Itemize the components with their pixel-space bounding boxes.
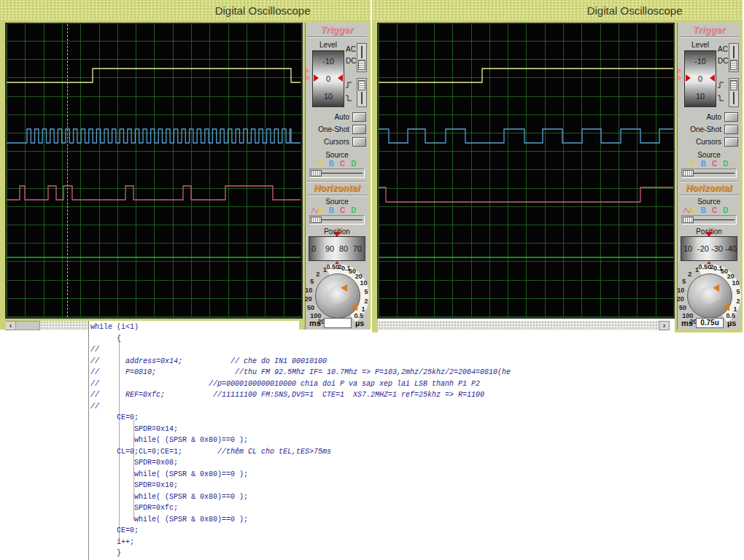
- slider-handle[interactable]: [683, 170, 694, 176]
- timebase-knob[interactable]: [687, 273, 732, 319]
- timebase-scale-value: 2: [364, 298, 368, 305]
- edge-select-switch[interactable]: [357, 78, 367, 107]
- switch-handle[interactable]: [358, 80, 365, 90]
- ac-dc-switch[interactable]: [357, 43, 367, 72]
- timebase-scale-value: 2: [736, 298, 740, 305]
- window-titlebar[interactable]: Digital Oscilloscope: [0, 0, 371, 21]
- trigger-source-label: Source: [306, 151, 368, 159]
- cursors-label: Cursors: [324, 138, 349, 146]
- horizontal-source-slider[interactable]: [681, 215, 737, 225]
- dc-label: DC: [718, 57, 728, 65]
- horizontal-position-drum[interactable]: 10-20-30-40: [681, 236, 737, 261]
- horizontal-source-label: Source: [306, 198, 368, 206]
- level-tick: 10: [313, 92, 344, 101]
- horizontal-source-slider[interactable]: [309, 215, 365, 225]
- timebase-scale-value: 20: [305, 295, 312, 303]
- timebase-scale-value: 5: [682, 278, 686, 285]
- timebase-scale-value: 50: [679, 304, 686, 311]
- trigger-source-slider[interactable]: [681, 168, 737, 178]
- timebase-scale-value: 10: [732, 279, 739, 287]
- slider-handle[interactable]: [683, 217, 694, 223]
- cursors-button[interactable]: [352, 137, 366, 147]
- timebase-scale-value: 5: [310, 278, 314, 285]
- trigger-level-marker: [306, 68, 310, 74]
- trigger-level-marker: [678, 68, 682, 74]
- position-value: 70: [353, 244, 362, 253]
- timebase-scale-value: 20: [727, 273, 735, 280]
- trigger-level-marker: [678, 75, 682, 81]
- code-line: // //p=0000100000010000 chia doi P va sa…: [90, 378, 511, 390]
- h-scrollbar-thumb[interactable]: [15, 321, 40, 330]
- scroll-left-button[interactable]: ‹: [5, 321, 16, 330]
- code-line: {: [90, 333, 511, 345]
- timebase-scale-value: 2: [316, 271, 319, 278]
- ac-dc-switch[interactable]: [729, 43, 739, 72]
- channel-letter-B: B: [701, 160, 706, 168]
- switch-handle[interactable]: [730, 80, 737, 90]
- trace-channel-b-blue: [7, 129, 301, 143]
- code-line: SPDR=0x10;: [90, 480, 511, 491]
- trigger-level-drum[interactable]: -10010: [312, 50, 344, 107]
- timebase-scale-value: 20: [355, 273, 363, 280]
- timebase-scale-value: 10: [360, 279, 367, 287]
- scroll-right-button[interactable]: ›: [659, 321, 670, 330]
- auto-label: Auto: [334, 113, 349, 121]
- one-shot-button[interactable]: [724, 125, 738, 134]
- code-line: }: [90, 548, 511, 559]
- edge-select-switch[interactable]: [729, 78, 739, 107]
- ms-unit-label: ms: [681, 319, 693, 327]
- channel-letter-D: D: [351, 160, 356, 168]
- horizontal-source-channels: ABCD: [306, 206, 368, 214]
- dc-label: DC: [346, 57, 356, 65]
- window-title: Digital Oscilloscope: [587, 4, 683, 17]
- rising-edge-icon: [345, 81, 353, 88]
- auto-button[interactable]: [352, 112, 366, 122]
- channel-letter-C: C: [340, 206, 345, 214]
- trigger-level-marker: [306, 75, 310, 81]
- position-value: 0: [311, 244, 316, 253]
- divider: [307, 195, 367, 196]
- auto-button[interactable]: [724, 112, 738, 122]
- trigger-level-drum[interactable]: -10010: [684, 50, 716, 107]
- trace-channel-c-red: [379, 187, 673, 202]
- horizontal-position-drum[interactable]: 0908070: [309, 236, 365, 261]
- level-tick: -10: [313, 57, 344, 66]
- level-tick: 0: [313, 74, 344, 83]
- falling-edge-icon: [717, 94, 725, 101]
- switch-handle[interactable]: [358, 60, 365, 70]
- position-value: 90: [325, 244, 334, 253]
- timebase-value: [324, 318, 352, 328]
- trigger-source-slider[interactable]: [309, 168, 365, 178]
- oscilloscope-window-right[interactable]: Digital Oscilloscope Trigger Level -1001…: [372, 0, 743, 332]
- window-titlebar[interactable]: Digital Oscilloscope: [372, 0, 743, 21]
- slider-handle[interactable]: [311, 217, 322, 223]
- switch-handle[interactable]: [730, 60, 737, 70]
- code-line: while( (SPSR & 0x80)==0 );: [90, 491, 511, 503]
- channel-letter-B: B: [329, 160, 334, 168]
- cursors-button[interactable]: [724, 137, 738, 147]
- channel-letter-B: B: [701, 206, 706, 214]
- divider: [307, 36, 367, 38]
- channel-letter-D: D: [723, 160, 728, 168]
- source-code[interactable]: while (i<1) {//// address=0x14; // che d…: [90, 322, 511, 560]
- horizontal-section-title: Horizontal: [678, 183, 740, 193]
- timebase-scale-value: 2: [688, 271, 691, 278]
- position-value: 80: [339, 244, 348, 253]
- slider-handle[interactable]: [311, 170, 322, 176]
- channel-letter-C: C: [712, 206, 717, 214]
- cursors-label: Cursors: [696, 138, 721, 146]
- code-line: //: [90, 401, 511, 413]
- code-editor[interactable]: ‹ › while (i<1) {//// address=0x14; // c…: [0, 321, 744, 560]
- timebase-scale-value: 10: [677, 287, 684, 294]
- code-line: CL=0;CL=0;CE=1; //thêm CL cho tEL,tES>75…: [90, 446, 511, 458]
- control-panel: Trigger Level -10010 AC DC Auto One-Shot…: [677, 23, 740, 330]
- one-shot-button[interactable]: [352, 125, 366, 134]
- trigger-source-channels: ABCD: [306, 160, 368, 168]
- divider: [679, 181, 739, 182]
- timebase-knob[interactable]: [315, 273, 360, 319]
- divider: [307, 181, 367, 182]
- position-value: 10: [683, 244, 692, 253]
- ac-label: AC: [346, 45, 356, 53]
- trigger-source-channels: ABCD: [678, 160, 740, 168]
- oscilloscope-window-left[interactable]: Digital Oscilloscope Trigger Level -1001…: [0, 0, 371, 330]
